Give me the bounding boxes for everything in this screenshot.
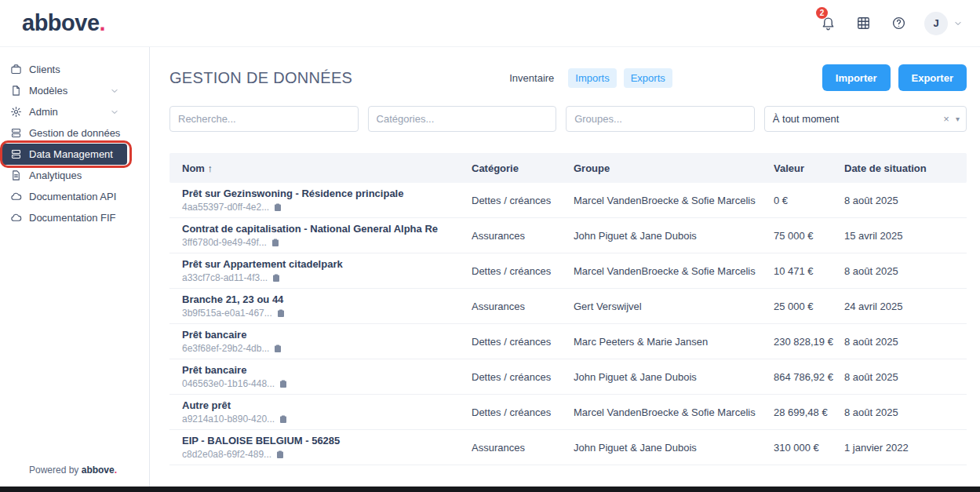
category-cell: Dettes / créances — [472, 265, 574, 277]
apps-grid-button[interactable] — [854, 14, 873, 33]
value-cell: 0 € — [774, 195, 844, 206]
date-cell: 8 août 2025 — [844, 336, 967, 348]
screen-edge-strip — [0, 487, 980, 492]
chevron-down-icon — [953, 19, 963, 28]
sidebar-item-modeles[interactable]: Modèles — [2, 80, 127, 101]
sidebar-item-label: Admin — [29, 106, 58, 118]
column-header-valeur[interactable]: Valeur — [774, 162, 844, 174]
asset-id-text: a33cf7c8-ad11-4f3... — [182, 272, 268, 283]
copy-icon[interactable] — [273, 202, 282, 212]
asset-name: EIP - BALOISE BELGIUM - 56285 — [182, 435, 465, 447]
column-header-categorie[interactable]: Catégorie — [472, 162, 574, 174]
notification-badge: 2 — [816, 7, 828, 19]
asset-id: 4aa55397-d0ff-4e2... — [182, 202, 465, 213]
table-row[interactable]: Branche 21, 23 ou 443b9f515a-e0a1-467...… — [169, 289, 967, 324]
asset-name-cell: Prêt sur Gezinswoning - Résidence princi… — [169, 188, 472, 213]
table-row[interactable]: Prêt sur Gezinswoning - Résidence princi… — [169, 183, 967, 218]
powered-by-dot: . — [115, 465, 117, 476]
sidebar-item-clients[interactable]: Clients — [2, 59, 127, 80]
sidebar-item-label: Analytiques — [29, 169, 82, 181]
copy-icon[interactable] — [276, 308, 286, 318]
asset-id: c8d2e0a8-69f2-489... — [182, 449, 465, 460]
sidebar-item-label: Documentation API — [29, 191, 116, 202]
category-cell: Assurances — [472, 230, 574, 242]
asset-id: 3b9f515a-e0a1-467... — [182, 308, 465, 319]
chevron-down-icon: ▾ — [956, 115, 960, 123]
logo-dot: . — [100, 10, 106, 35]
topbar: abbove. 2 J — [0, 0, 980, 47]
category-cell: Dettes / créances — [472, 406, 574, 418]
user-menu[interactable]: J — [924, 12, 963, 35]
tab-imports[interactable]: Imports — [568, 68, 616, 88]
copy-icon[interactable] — [273, 344, 282, 353]
search-input[interactable] — [169, 106, 359, 132]
assets-table: Nom ↑CatégorieGroupeValeurDate de situat… — [169, 153, 967, 465]
table-row[interactable]: EIP - BALOISE BELGIUM - 56285c8d2e0a8-69… — [169, 430, 967, 465]
categories-input[interactable] — [368, 106, 557, 132]
import-button[interactable]: Importer — [822, 64, 891, 91]
date-cell: 8 août 2025 — [844, 265, 967, 277]
group-cell: John Piguet & Jane Dubois — [574, 230, 774, 242]
clear-icon[interactable]: × — [938, 113, 955, 125]
sidebar-item-data-management[interactable]: Data Management — [2, 144, 127, 165]
date-filter-value: À tout moment — [773, 113, 938, 125]
category-cell: Dettes / créances — [472, 371, 574, 383]
tab-inventaire[interactable]: Inventaire — [502, 68, 561, 88]
main-header: GESTION DE DONNÉES InventaireImportsExpo… — [169, 64, 967, 91]
sidebar-item-documentation-api[interactable]: Documentation API — [2, 186, 127, 207]
database-icon — [10, 148, 22, 160]
sidebar-item-admin[interactable]: Admin — [2, 101, 127, 122]
help-button[interactable] — [889, 14, 908, 33]
sidebar-item-gestion-de-donnees[interactable]: Gestion de données — [2, 122, 127, 144]
sidebar-item-label: Gestion de données — [29, 127, 120, 139]
asset-name: Prêt sur Gezinswoning - Résidence princi… — [182, 188, 465, 200]
notifications-button[interactable]: 2 — [818, 14, 837, 33]
date-cell: 15 avril 2025 — [844, 230, 967, 242]
table-row[interactable]: Prêt bancaire046563e0-1b16-448...Dettes … — [169, 359, 967, 395]
asset-id: a33cf7c8-ad11-4f3... — [182, 272, 465, 283]
powered-by-brand: abbove — [82, 465, 115, 476]
group-cell: John Piguet & Jane Dubois — [574, 371, 774, 383]
value-cell: 25 000 € — [774, 301, 844, 312]
copy-icon[interactable] — [275, 450, 285, 459]
sort-asc-icon: ↑ — [208, 162, 213, 174]
copy-icon[interactable] — [279, 379, 288, 388]
table-row[interactable]: Prêt sur Appartement citadelparka33cf7c8… — [169, 253, 967, 289]
groups-input[interactable] — [566, 106, 755, 132]
asset-name: Autre prêt — [182, 399, 465, 412]
file-icon — [10, 85, 22, 97]
asset-id: 3ff6780d-9e49-49f... — [182, 237, 465, 248]
table-row[interactable]: Autre prêta9214a10-b890-420...Dettes / c… — [169, 395, 967, 430]
table-row[interactable]: Contrat de capitalisation - National Gen… — [169, 218, 967, 253]
sidebar-item-documentation-fif[interactable]: Documentation FIF — [2, 207, 127, 228]
group-cell: Marc Peeters & Marie Jansen — [574, 336, 774, 348]
value-cell: 75 000 € — [774, 230, 844, 242]
group-cell: Marcel VandenBroecke & Sofie Marcelis — [574, 265, 774, 277]
avatar[interactable]: J — [924, 12, 948, 35]
abbove-logo: abbove. — [22, 10, 105, 36]
category-cell: Assurances — [472, 442, 574, 454]
group-cell: Marcel VandenBroecke & Sofie Marcelis — [574, 406, 774, 418]
cloud-icon — [10, 212, 22, 224]
export-button[interactable]: Exporter — [898, 64, 967, 91]
category-cell: Assurances — [472, 301, 574, 312]
copy-icon[interactable] — [271, 238, 280, 247]
column-header-date-de-situation[interactable]: Date de situation — [844, 162, 967, 174]
sidebar-item-label: Documentation FIF — [29, 212, 116, 224]
asset-name: Contrat de capitalisation - National Gen… — [182, 223, 465, 235]
database-icon — [10, 127, 22, 139]
category-cell: Dettes / créances — [472, 195, 574, 206]
value-cell: 28 699,48 € — [774, 406, 844, 418]
date-filter-select[interactable]: À tout moment × ▾ — [764, 106, 967, 132]
copy-icon[interactable] — [271, 273, 281, 282]
tab-exports[interactable]: Exports — [624, 68, 672, 88]
sidebar-item-label: Clients — [29, 64, 60, 75]
page-title: GESTION DE DONNÉES — [169, 69, 352, 87]
copy-icon[interactable] — [279, 414, 288, 424]
asset-id-text: 4aa55397-d0ff-4e2... — [182, 202, 269, 213]
sidebar-item-label: Data Management — [29, 148, 113, 160]
column-header-nom[interactable]: Nom ↑ — [169, 162, 472, 174]
table-row[interactable]: Prêt bancaire6e3f68ef-29b2-4db...Dettes … — [169, 324, 967, 359]
sidebar-item-analytiques[interactable]: Analytiques — [2, 165, 127, 186]
column-header-groupe[interactable]: Groupe — [574, 162, 774, 174]
